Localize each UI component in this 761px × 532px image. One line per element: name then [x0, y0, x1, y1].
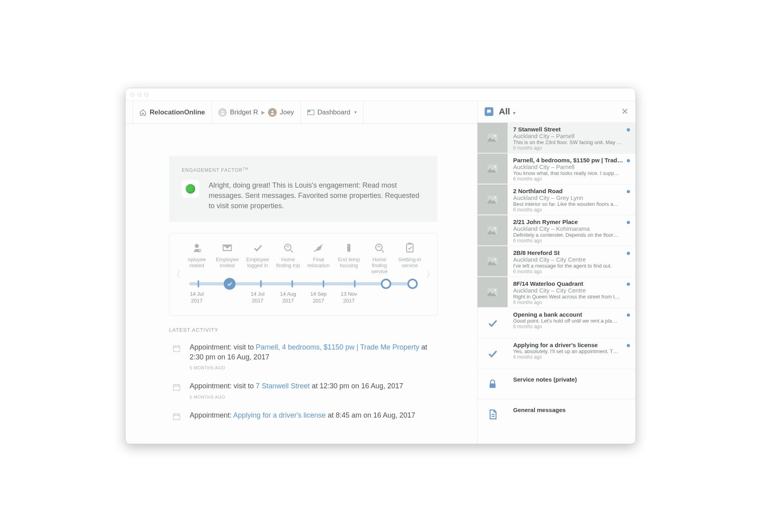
timeline-next[interactable]: 〉	[426, 269, 435, 281]
timeline-item[interactable]: Home finding service	[365, 242, 393, 274]
panel-item-body: Parnell, 4 bedrooms, $1150 pw | Trad… Au…	[508, 154, 635, 184]
timeline-label: Home finding service	[365, 256, 393, 274]
avatar-icon	[268, 108, 277, 117]
timeline-item[interactable]: Employee logged in	[244, 242, 272, 268]
activity-link[interactable]: 7 Stanwell Street	[256, 382, 310, 390]
timeline-node-open[interactable]	[381, 279, 391, 289]
panel-item[interactable]: 2B/8 Hereford St Auckland City – City Ce…	[478, 246, 635, 277]
home-icon	[139, 109, 146, 116]
panel-item-subtitle: Auckland City – Kohimarama	[513, 225, 631, 232]
engagement-card: ENGAGEMENT FACTORTM Alright, doing great…	[169, 156, 438, 222]
view-label: Dashboard	[318, 108, 350, 116]
calendar-icon	[172, 344, 181, 353]
nav-view-selector[interactable]: Dashboard ▾	[301, 101, 363, 124]
calendar-icon	[172, 383, 181, 391]
activity-time: 5 MONTHS AGO	[190, 365, 438, 370]
activity-link[interactable]: Parnell, 4 bedrooms, $1150 pw | Trade Me…	[256, 343, 419, 351]
panel-item-title: 7 Stanwell Street	[513, 126, 631, 133]
panel-item-subtitle: Auckland City – Parnell	[513, 133, 631, 139]
lock-icon	[487, 378, 498, 390]
activity-text: Appointment: visit to Parnell, 4 bedroom…	[190, 342, 438, 362]
timeline-date: 13 Nov2017	[335, 291, 363, 304]
timeline-item[interactable]: Settling-in service	[396, 242, 424, 268]
panel-item[interactable]: 2 Northland Road Auckland City – Grey Ly…	[478, 184, 635, 215]
timeline-stage-icon	[374, 242, 385, 253]
svg-point-8	[376, 244, 382, 251]
timeline-item[interactable]: End temp housing	[335, 242, 363, 268]
window-dot[interactable]	[130, 93, 134, 97]
panel-item[interactable]: 8F/14 Waterloo Quadrant Auckland City – …	[478, 277, 635, 308]
panel-item[interactable]: Service notes (private)	[478, 369, 635, 399]
panel-item[interactable]: 2/21 John Rymer Place Auckland City – Ko…	[478, 215, 635, 246]
svg-point-24	[494, 289, 496, 291]
panel-close[interactable]: ✕	[621, 106, 628, 117]
panel-item-time: 6 months ago	[513, 324, 631, 329]
panel-item-snippet: Definitely a contender. Depends on the f…	[513, 232, 631, 238]
main-column: RelocationOnline Bridget R ▶ Joey Dashbo…	[126, 101, 477, 444]
panel-item-time: 6 months ago	[513, 238, 631, 243]
window-dot[interactable]	[145, 93, 148, 97]
panel-item[interactable]: Parnell, 4 bedrooms, $1150 pw | Trad… Au…	[478, 153, 635, 184]
timeline-track	[189, 282, 417, 285]
timeline-item[interactable]: Employee invited	[213, 242, 241, 268]
check-icon	[487, 348, 498, 359]
brand-text: RelocationOnline	[150, 108, 205, 116]
photo-icon	[487, 194, 498, 205]
panel-item-thumb	[478, 277, 508, 307]
avatar-icon	[218, 108, 227, 117]
svg-point-1	[271, 110, 273, 112]
timeline-item[interactable]: nployee reated	[183, 242, 211, 268]
photo-icon	[487, 255, 498, 267]
timeline-item[interactable]: Final relocation	[304, 242, 332, 268]
unread-dot-icon	[627, 221, 630, 224]
unread-dot-icon	[627, 314, 630, 317]
panel-item-title: Opening a bank account	[513, 311, 631, 318]
panel-item-body: Service notes (private)	[508, 369, 635, 399]
svg-rect-11	[173, 385, 180, 391]
window-dot[interactable]	[137, 93, 141, 97]
panel-item-snippet: Yes, absolutely. I'll set up an appointm…	[513, 348, 631, 354]
engagement-text: Alright, doing great! This is Louis's en…	[209, 180, 425, 211]
panel-item-title: 2 Northland Road	[513, 188, 631, 194]
timeline-label: Employee invited	[213, 256, 241, 268]
panel-list: 7 Stanwell Street Auckland City – Parnel…	[478, 122, 635, 444]
svg-point-20	[494, 228, 496, 230]
brand-link[interactable]: RelocationOnline	[133, 101, 212, 124]
activity-link[interactable]: Applying for a driver's license	[233, 411, 326, 419]
activity-text: Appointment: visit to 7 Stanwell Street …	[190, 381, 403, 391]
timeline-date: 14 Aug2017	[274, 291, 302, 304]
engagement-label-text: ENGAGEMENT FACTOR	[182, 167, 243, 173]
activity-item: Appointment: visit to Parnell, 4 bedroom…	[169, 338, 438, 377]
timeline-stage-icon	[252, 242, 263, 253]
panel-item-thumb	[478, 308, 508, 338]
panel-item-subtitle: Auckland City – City Centre	[513, 256, 631, 263]
panel-item[interactable]: Opening a bank account Good point. Let's…	[478, 308, 635, 338]
timeline-item[interactable]: Home finding trip	[274, 242, 302, 268]
main-content: ENGAGEMENT FACTORTM Alright, doing great…	[126, 124, 477, 444]
engagement-label: ENGAGEMENT FACTORTM	[182, 167, 425, 173]
nav-consultant[interactable]: Bridget R ▶ Joey	[212, 101, 301, 124]
timeline-label: End temp housing	[335, 256, 363, 268]
svg-rect-9	[407, 244, 413, 252]
panel-item[interactable]: General messages	[478, 399, 635, 429]
activity-item: Appointment: Applying for a driver's lic…	[169, 407, 438, 428]
panel-filter[interactable]: All ▾	[499, 106, 616, 117]
panel-item-title: Parnell, 4 bedrooms, $1150 pw | Trad…	[513, 157, 631, 163]
panel-filter-label: All	[499, 106, 510, 116]
timeline-stage-icon	[343, 242, 354, 253]
panel-item[interactable]: Applying for a driver's license Yes, abs…	[478, 338, 635, 369]
panel-item-snippet: I've left a message for the agent to fin…	[513, 263, 631, 269]
client-name: Joey	[280, 108, 294, 116]
dashboard-icon	[307, 110, 314, 115]
photo-icon	[487, 224, 498, 236]
panel-item[interactable]: 7 Stanwell Street Auckland City – Parnel…	[478, 122, 635, 153]
svg-point-0	[221, 110, 223, 112]
timeline-node-open[interactable]	[407, 279, 418, 289]
panel-item-body: Applying for a driver's license Yes, abs…	[508, 338, 635, 369]
unread-dot-icon	[627, 344, 630, 347]
timeline-date	[365, 291, 393, 304]
timeline-prev[interactable]: 〈	[172, 269, 181, 281]
check-icon	[487, 317, 498, 329]
timeline-label: Final relocation	[304, 256, 332, 268]
timeline-node-current[interactable]	[224, 278, 236, 290]
